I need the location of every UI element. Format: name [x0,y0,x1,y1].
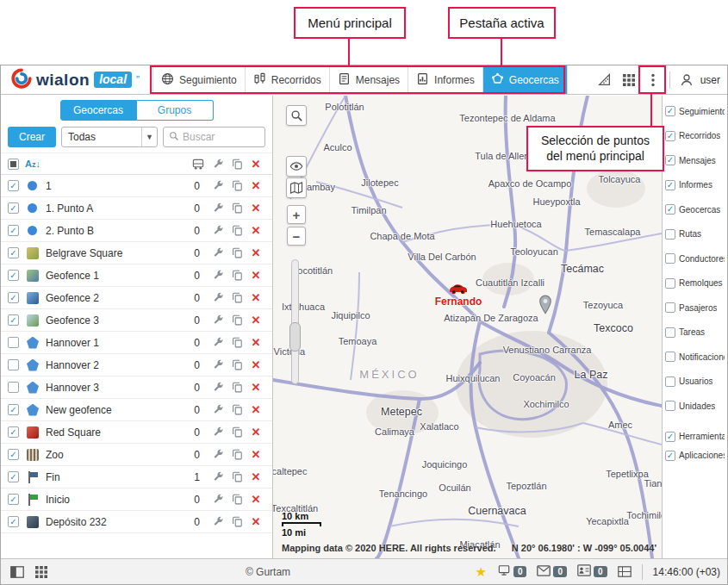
item-checkbox[interactable] [665,278,675,289]
geofence-row[interactable]: ✓Zoo0✕ [1,444,272,466]
copy-icon[interactable] [227,314,246,326]
map-magnifier-button[interactable] [286,105,307,126]
delete-icon[interactable]: ✕ [246,381,265,394]
edit-icon[interactable] [208,202,227,214]
delete-icon[interactable]: ✕ [246,493,265,506]
row-checkbox[interactable]: ✓ [8,292,19,303]
select-all-checkbox[interactable] [8,159,19,170]
geofence-row[interactable]: Hannover 30✕ [1,377,272,399]
geofence-row[interactable]: ✓Inicio0✕ [1,489,272,511]
zoom-out-button[interactable]: − [287,227,306,246]
edit-icon[interactable] [208,494,227,505]
edit-icon[interactable] [208,449,227,460]
delete-icon[interactable]: ✕ [246,515,265,528]
geofence-row[interactable]: ✓Geofence 30✕ [1,309,272,332]
drivers-counter[interactable]: 0 [577,564,607,580]
item-checkbox[interactable] [665,302,675,313]
edit-icon[interactable] [208,337,227,348]
map-visibility-button[interactable] [286,156,307,177]
item-checkbox[interactable]: ✓ [665,155,675,165]
create-button[interactable]: Crear [8,127,56,147]
delete-column-icon[interactable]: ✕ [246,158,265,171]
item-checkbox[interactable] [665,352,675,362]
sort-az-button[interactable]: Az↓ [25,159,179,169]
geofence-row[interactable]: ✓Red Square0✕ [1,421,272,444]
copy-icon[interactable] [227,180,246,191]
delete-icon[interactable]: ✕ [246,358,265,371]
delete-icon[interactable]: ✕ [246,179,265,192]
item-checkbox[interactable]: ✓ [665,451,675,461]
map-layers-button[interactable] [286,177,307,198]
edit-icon[interactable] [208,382,227,393]
measure-tool-button[interactable] [593,65,617,94]
row-checkbox[interactable]: ✓ [8,516,19,527]
item-checkbox[interactable] [665,253,675,264]
row-checkbox[interactable]: ✓ [8,449,19,460]
row-checkbox[interactable]: ✓ [8,314,19,326]
tab-geocercas[interactable]: Geocercas [482,65,568,94]
row-checkbox[interactable]: ✓ [8,471,19,482]
more-options-button[interactable] [641,65,665,94]
geofence-row[interactable]: ✓New geofence0✕ [1,399,272,421]
geofence-row[interactable]: Hannover 10✕ [1,332,272,354]
item-checkbox[interactable]: ✓ [665,180,675,190]
menu-item-toggle[interactable]: ✓Seguimiento [663,99,727,124]
menu-item-toggle[interactable]: ✓Informes [663,173,727,198]
delete-icon[interactable]: ✕ [246,269,265,282]
menu-item-toggle[interactable]: Unidades [663,394,727,419]
zoom-in-button[interactable]: + [287,205,306,224]
geofence-row[interactable]: ✓Geofence 10✕ [1,264,272,287]
copy-icon[interactable] [227,404,246,415]
copy-icon[interactable] [227,426,246,438]
edit-icon[interactable] [208,292,227,303]
delete-icon[interactable]: ✕ [246,426,265,439]
menu-item-toggle[interactable]: ✓Aplicaciones [663,446,727,465]
edit-icon[interactable] [208,270,227,281]
menu-item-toggle[interactable]: ✓Geocercas [663,197,727,222]
tab-recorridos[interactable]: Recorridos [245,65,329,94]
item-checkbox[interactable] [665,377,675,387]
delete-icon[interactable]: ✕ [246,246,265,259]
row-checkbox[interactable] [8,382,19,393]
delete-icon[interactable]: ✕ [246,224,265,237]
menu-item-toggle[interactable]: Rutas [663,222,727,247]
table-view-icon[interactable] [618,566,632,577]
tab-geocercas[interactable]: Geocercas [60,100,137,121]
delete-icon[interactable]: ✕ [246,403,265,416]
item-checkbox[interactable] [665,401,675,411]
menu-item-toggle[interactable]: ✓Mensajes [663,148,727,173]
menu-item-toggle[interactable]: ✓Herramientas [663,427,727,446]
edit-icon[interactable] [208,314,227,326]
zoom-slider-handle[interactable] [289,322,301,352]
tab-seguimiento[interactable]: Seguimiento [152,65,245,94]
copy-icon[interactable] [227,516,246,527]
edit-icon[interactable] [208,426,227,438]
geofence-row[interactable]: ✓10✕ [1,175,272,197]
menu-item-toggle[interactable]: ✓Recorridos [663,124,727,149]
geofence-row[interactable]: ✓2. Punto B0✕ [1,220,272,242]
copy-icon[interactable] [227,247,246,258]
delete-icon[interactable]: ✕ [246,291,265,304]
zoom-slider[interactable] [291,259,299,384]
chevron-down-icon[interactable]: ▼ [141,128,157,146]
apps-grid-button[interactable] [617,65,641,94]
geofence-row[interactable]: ✓Depósito 2320✕ [1,511,272,533]
geofence-row[interactable]: ✓1. Punto A0✕ [1,197,272,220]
user-menu-button[interactable] [675,65,699,94]
delete-icon[interactable]: ✕ [246,336,265,349]
favorites-star-icon[interactable]: ★ [475,564,486,580]
copy-icon[interactable] [227,359,246,370]
copy-icon[interactable] [227,270,246,281]
copy-icon[interactable] [227,449,246,460]
edit-icon[interactable] [208,359,227,370]
row-checkbox[interactable]: ✓ [8,180,19,191]
edit-icon[interactable] [208,471,227,482]
copy-icon[interactable] [227,337,246,348]
menu-item-toggle[interactable]: Pasajeros [663,296,727,321]
menu-item-toggle[interactable]: Notificaciones [663,345,727,370]
edit-icon[interactable] [208,404,227,415]
menu-item-toggle[interactable]: Remolques [663,271,727,296]
edit-icon[interactable] [208,247,227,258]
row-checkbox[interactable] [8,359,19,370]
copy-icon[interactable] [227,471,246,482]
